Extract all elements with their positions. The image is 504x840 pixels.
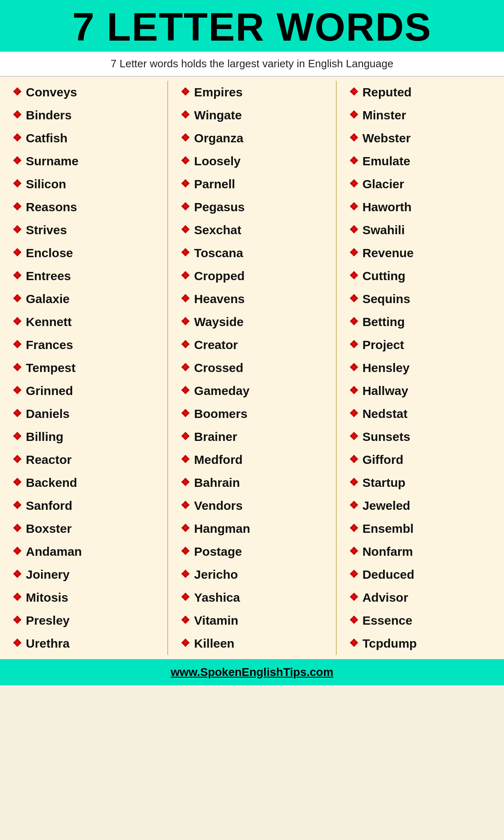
word-text: Frances bbox=[26, 338, 73, 352]
list-item: ❖Swahili bbox=[341, 219, 500, 242]
list-item: ❖Boxster bbox=[4, 517, 163, 540]
word-text: Revenue bbox=[363, 246, 414, 260]
diamond-icon: ❖ bbox=[180, 247, 190, 259]
list-item: ❖Conveys bbox=[4, 81, 163, 104]
word-text: Sunsets bbox=[363, 429, 410, 444]
word-text: Yashica bbox=[194, 590, 240, 605]
diamond-icon: ❖ bbox=[12, 407, 22, 420]
list-item: ❖Webster bbox=[341, 127, 500, 150]
diamond-icon: ❖ bbox=[349, 201, 358, 213]
list-item: ❖Killeen bbox=[172, 632, 331, 655]
diamond-icon: ❖ bbox=[12, 132, 22, 144]
list-item: ❖Haworth bbox=[341, 196, 500, 219]
diamond-icon: ❖ bbox=[180, 522, 190, 535]
list-item: ❖Presley bbox=[4, 609, 163, 632]
word-text: Jeweled bbox=[363, 498, 410, 513]
word-text: Ensembl bbox=[363, 521, 414, 536]
list-item: ❖Organza bbox=[172, 127, 331, 150]
word-text: Nedstat bbox=[363, 406, 408, 421]
diamond-icon: ❖ bbox=[349, 568, 358, 581]
word-text: Catfish bbox=[26, 131, 68, 146]
word-text: Parnell bbox=[194, 177, 235, 192]
word-text: Empires bbox=[194, 85, 242, 100]
word-text: Binders bbox=[26, 108, 72, 123]
word-text: Creator bbox=[194, 338, 238, 352]
word-grid: ❖Conveys❖Binders❖Catfish❖Surname❖Silicon… bbox=[0, 77, 504, 659]
list-item: ❖Andaman bbox=[4, 540, 163, 563]
diamond-icon: ❖ bbox=[349, 155, 358, 167]
diamond-icon: ❖ bbox=[12, 201, 22, 213]
diamond-icon: ❖ bbox=[180, 178, 190, 190]
list-item: ❖Essence bbox=[341, 609, 500, 632]
list-item: ❖Boomers bbox=[172, 402, 331, 425]
word-text: Galaxie bbox=[26, 292, 70, 306]
list-item: ❖Jericho bbox=[172, 563, 331, 586]
word-text: Entrees bbox=[26, 269, 71, 283]
diamond-icon: ❖ bbox=[349, 384, 358, 397]
word-text: Bahrain bbox=[194, 475, 240, 490]
word-text: Minster bbox=[363, 108, 406, 123]
list-item: ❖Gifford bbox=[341, 448, 500, 471]
list-item: ❖Heavens bbox=[172, 288, 331, 310]
diamond-icon: ❖ bbox=[349, 499, 358, 512]
word-text: Glacier bbox=[363, 177, 404, 192]
word-text: Crossed bbox=[194, 361, 243, 375]
word-text: Organza bbox=[194, 131, 243, 146]
list-item: ❖Backend bbox=[4, 471, 163, 494]
list-item: ❖Reasons bbox=[4, 196, 163, 219]
word-text: Pegasus bbox=[194, 200, 244, 215]
list-item: ❖Empires bbox=[172, 81, 331, 104]
list-item: ❖Emulate bbox=[341, 150, 500, 173]
diamond-icon: ❖ bbox=[349, 224, 358, 236]
list-item: ❖Urethra bbox=[4, 632, 163, 655]
word-text: Sexchat bbox=[194, 223, 241, 237]
word-text: Tcpdump bbox=[363, 636, 417, 651]
word-text: Cropped bbox=[194, 269, 244, 283]
word-text: Billing bbox=[26, 429, 64, 444]
diamond-icon: ❖ bbox=[12, 155, 22, 167]
diamond-icon: ❖ bbox=[349, 522, 358, 535]
diamond-icon: ❖ bbox=[349, 453, 358, 466]
word-text: Conveys bbox=[26, 85, 77, 100]
diamond-icon: ❖ bbox=[349, 86, 358, 98]
list-item: ❖Galaxie bbox=[4, 288, 163, 310]
list-item: ❖Strives bbox=[4, 219, 163, 242]
column-3: ❖Reputed❖Minster❖Webster❖Emulate❖Glacier… bbox=[337, 81, 504, 655]
diamond-icon: ❖ bbox=[349, 247, 358, 259]
diamond-icon: ❖ bbox=[180, 201, 190, 213]
diamond-icon: ❖ bbox=[12, 591, 22, 604]
list-item: ❖Reactor bbox=[4, 448, 163, 471]
word-text: Reasons bbox=[26, 200, 77, 215]
list-item: ❖Gameday bbox=[172, 379, 331, 402]
diamond-icon: ❖ bbox=[349, 269, 358, 282]
list-item: ❖Pegasus bbox=[172, 196, 331, 219]
word-text: Boomers bbox=[194, 406, 247, 421]
diamond-icon: ❖ bbox=[12, 247, 22, 259]
list-item: ❖Cropped bbox=[172, 265, 331, 288]
diamond-icon: ❖ bbox=[12, 614, 22, 627]
diamond-icon: ❖ bbox=[12, 453, 22, 466]
diamond-icon: ❖ bbox=[349, 361, 358, 374]
word-text: Kennett bbox=[26, 315, 72, 329]
diamond-icon: ❖ bbox=[180, 155, 190, 167]
diamond-icon: ❖ bbox=[180, 453, 190, 466]
diamond-icon: ❖ bbox=[180, 292, 190, 305]
list-item: ❖Hensley bbox=[341, 356, 500, 379]
list-item: ❖Entrees bbox=[4, 265, 163, 288]
word-text: Boxster bbox=[26, 521, 72, 536]
list-item: ❖Sexchat bbox=[172, 219, 331, 242]
list-item: ❖Startup bbox=[341, 471, 500, 494]
list-item: ❖Wingate bbox=[172, 104, 331, 127]
word-text: Hangman bbox=[194, 521, 250, 536]
diamond-icon: ❖ bbox=[180, 637, 190, 650]
list-item: ❖Creator bbox=[172, 333, 331, 356]
diamond-icon: ❖ bbox=[12, 384, 22, 397]
word-text: Urethra bbox=[26, 636, 70, 651]
word-text: Advisor bbox=[363, 590, 408, 605]
word-text: Mitosis bbox=[26, 590, 68, 605]
word-text: Joinery bbox=[26, 567, 70, 582]
list-item: ❖Surname bbox=[4, 150, 163, 173]
diamond-icon: ❖ bbox=[349, 637, 358, 650]
word-text: Swahili bbox=[363, 223, 405, 237]
diamond-icon: ❖ bbox=[12, 545, 22, 558]
